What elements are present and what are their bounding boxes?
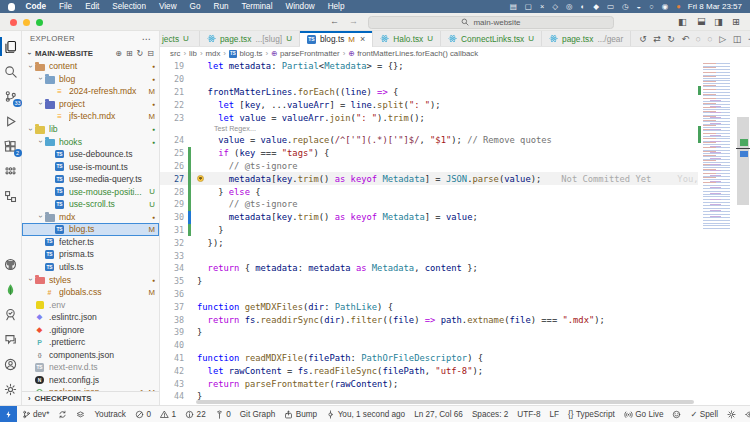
line-number[interactable]: 39 [160,327,184,337]
menu-go[interactable]: Go [183,2,207,11]
window-icon[interactable]: × [540,3,544,11]
line-number[interactable]: 37 [160,302,184,312]
code-line-22[interactable]: 22 let [key, ...valueArr] = line.split("… [160,98,700,111]
tree-item-use-scroll-ts[interactable]: TSuse-scroll.tsU [22,198,159,211]
line-number[interactable]: 23 [160,113,184,123]
moon-icon[interactable]: ◐ [581,3,586,11]
tree-item-next-config-js[interactable]: Nnext.config.js [22,374,159,387]
flow-icon[interactable] [0,184,22,209]
code-line-32[interactable]: 32 }); [160,236,700,249]
command-center-search[interactable]: main-website [368,16,614,29]
menu-view[interactable]: View [152,2,183,11]
git-branch[interactable]: dev* [17,406,54,422]
bump[interactable]: Bump [280,406,322,422]
explorer-icon[interactable] [0,34,22,59]
compare-changes-icon[interactable]: ⇄ [653,34,661,44]
tree-item-fetcher-ts[interactable]: TSfetcher.ts [22,236,159,249]
checkpoints-section[interactable]: › CHECKPOINTS [22,391,159,405]
settings-gear-icon[interactable] [0,377,22,402]
problems-info[interactable]: 22 [181,406,211,422]
line-number[interactable]: 43 [160,379,184,389]
tree-item-lib[interactable]: ›lib● [22,123,159,136]
toggle-panel-icon[interactable]: ◧ [695,17,706,26]
code-line-34[interactable]: 34 return { metadata: metadata as Metada… [160,262,700,275]
tree-item-2024-refresh-mdx[interactable]: ≡2024-refresh.mdxM [22,85,159,98]
tree-item-use-debounce-ts[interactable]: TSuse-debounce.ts [22,148,159,161]
search-icon[interactable]: ○ [649,3,654,11]
tree-item-package-json[interactable]: ✓package.json1, M [22,386,159,391]
eye-icon[interactable] [741,406,750,422]
code-line-40[interactable]: 40 [160,339,700,352]
code-line-19[interactable]: 19 let metadata: Partial<Metadata> = {}; [160,60,700,73]
breadcrumb[interactable]: src›lib›mdx›TSblog.ts›⊕parseFrontmatter›… [160,47,750,60]
youtrack[interactable]: Youtrack [90,406,131,422]
sync-icon[interactable]: ↻ [667,34,675,44]
code-line-35[interactable]: 35} [160,275,700,288]
line-number[interactable]: 22 [160,100,184,110]
tree-item--eslintrc-json[interactable]: ◆.eslintrc.json [22,311,159,324]
menu-file[interactable]: File [52,2,78,11]
breadcrumb-item[interactable]: TSblog.ts [229,49,262,58]
close-icon[interactable]: × [360,34,365,44]
line-number[interactable]: 35 [160,276,184,286]
cursor-position[interactable]: Ln 27, Col 66 [410,406,468,422]
split-editor-icon[interactable]: ◫ [733,34,742,44]
breadcrumb-item[interactable]: ⊕frontMatterLines.forEach() callback [348,49,478,58]
menu-selection[interactable]: Selection [106,2,153,11]
tree-item-use-is-mount-ts[interactable]: TSuse-is-mount.ts [22,160,159,173]
tree-item-utils-ts[interactable]: TSutils.ts [22,261,159,274]
run-debug-icon[interactable] [0,109,22,134]
scrollbar-thumb[interactable] [737,117,749,205]
extensions-icon[interactable]: 2 [0,134,22,159]
tree-item-hooks[interactable]: ›hooks● [22,135,159,148]
github-icon[interactable] [0,252,22,277]
minimap[interactable] [698,60,736,250]
new-file-icon[interactable]: ⊕ [115,49,122,58]
keystroke-viewer-icon[interactable]: ▤ [510,3,517,11]
mongodb-icon[interactable] [0,277,22,302]
sync-changes-icon[interactable] [54,406,72,422]
line-number[interactable]: 40 [160,340,184,350]
horizontal-scrollbar[interactable] [196,400,694,404]
tree-item-blog-ts[interactable]: TSblog.tsM [22,223,159,236]
breadcrumb-item[interactable]: lib [189,49,197,58]
tree-item--gitignore[interactable]: ◆.gitignore [22,323,159,336]
line-number[interactable]: 38 [160,315,184,325]
tree-item-blog[interactable]: ›blog● [22,73,159,86]
indentation[interactable]: Spaces: 2 [467,406,512,422]
settings-sync-icon[interactable] [723,406,741,422]
code-line-37[interactable]: 37function getMDXFiles(dir: PathLike) { [160,300,700,313]
menu-run[interactable]: Run [207,2,235,11]
new-folder-icon[interactable]: ⊞ [126,49,133,58]
tree-item-styles[interactable]: ›styles● [22,273,159,286]
eol[interactable]: LF [545,406,564,422]
tree-item-content[interactable]: ›content● [22,60,159,73]
tree-item-jfs-tech-mdx[interactable]: ≡jfs-tech.mdxM [22,110,159,123]
tab-halo[interactable]: Halo.tsxU [373,31,441,46]
line-number[interactable]: 31 [160,225,184,235]
comments-icon[interactable] [0,327,22,352]
clock-icon[interactable]: ◷ [622,3,629,11]
user-icon[interactable]: ◉ [662,3,669,11]
tree-item--env[interactable]: .env [22,298,159,311]
code-line-28[interactable]: 28 } else { [160,185,700,198]
code-line-38[interactable]: 38 return fs.readdirSync(dir).filter((fi… [160,313,700,326]
tree-item-mdx[interactable]: ›mdx● [22,211,159,224]
tree-item-project[interactable]: ›project● [22,98,159,111]
menu-window[interactable]: Window [279,2,321,11]
discard-icon[interactable]: ↶ [681,34,689,44]
tab-page-slug[interactable]: page.tsx...[slug]U [200,31,300,46]
vertical-scrollbar[interactable] [736,60,750,405]
git-graph[interactable]: Git Graph [235,406,280,422]
code-line-20[interactable]: 20 [160,73,700,86]
line-number[interactable]: 30 [160,212,184,222]
breadcrumb-item[interactable]: mdx [206,49,221,58]
code-line-31[interactable]: 31 } [160,224,700,237]
menu-terminal[interactable]: Terminal [235,2,279,11]
toggle-secondary-sidebar-icon[interactable]: ◨ [714,16,723,27]
source-control-icon[interactable]: 33 [0,84,22,109]
tab-page-gear[interactable]: page.tsx.../gear [542,31,631,46]
copilot-icon[interactable] [668,406,686,422]
codelens[interactable]: Test Regex... [160,124,700,134]
nav-back-icon[interactable]: ← [330,16,339,26]
